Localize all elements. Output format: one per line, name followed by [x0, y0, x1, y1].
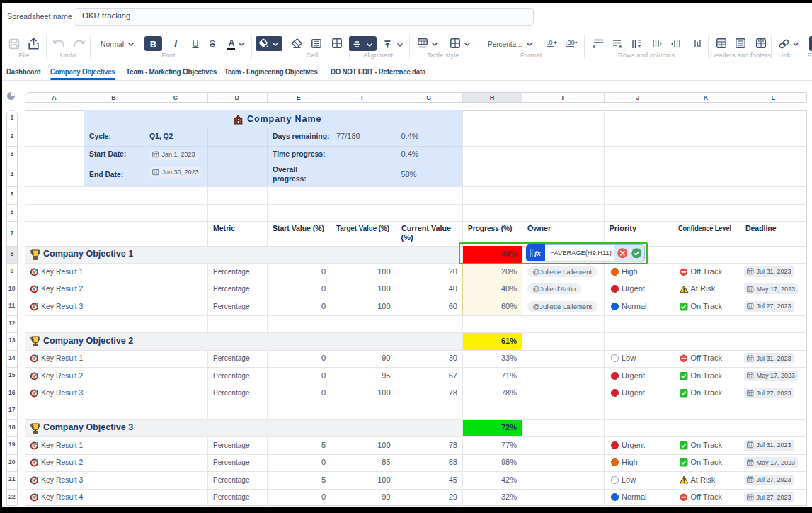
svg-text:.00: .00: [566, 39, 575, 46]
svg-text:.0: .0: [547, 39, 553, 46]
svg-text:fx: fx: [534, 249, 541, 257]
